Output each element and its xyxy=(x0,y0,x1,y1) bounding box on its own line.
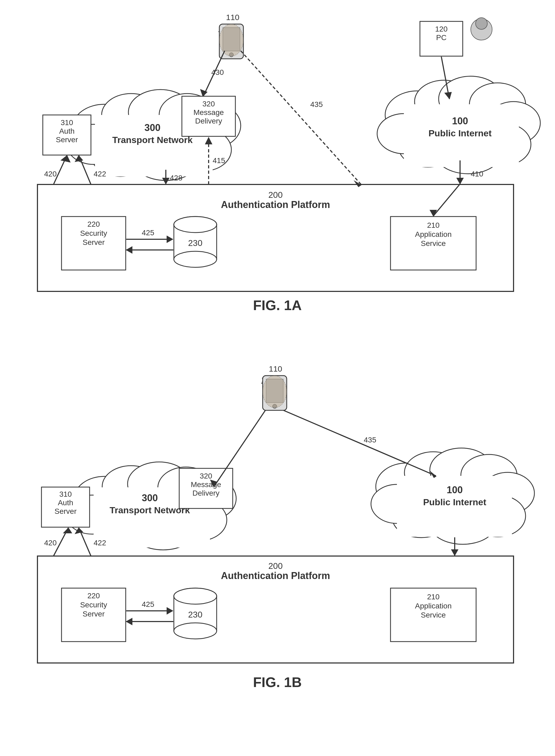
svg-text:Service: Service xyxy=(421,611,445,619)
application-service-box-1a: 210 Application Service xyxy=(390,217,476,270)
auth-server-box-1b: 310 Auth Server xyxy=(41,487,90,527)
svg-text:Application: Application xyxy=(415,602,452,610)
pc-box-1a: 120 PC xyxy=(420,18,492,56)
svg-text:Security: Security xyxy=(80,229,107,237)
svg-marker-59 xyxy=(456,178,464,184)
svg-text:210: 210 xyxy=(427,593,440,601)
arrow-435-1a: 435 xyxy=(241,51,361,187)
svg-text:220: 220 xyxy=(87,592,100,600)
svg-text:425: 425 xyxy=(142,229,154,237)
svg-line-83 xyxy=(241,51,361,184)
svg-text:Public Internet: Public Internet xyxy=(423,497,486,507)
svg-text:Server: Server xyxy=(54,507,77,515)
svg-text:120: 120 xyxy=(435,25,448,33)
svg-text:300: 300 xyxy=(142,492,158,503)
svg-text:200: 200 xyxy=(268,561,283,571)
svg-text:435: 435 xyxy=(364,436,376,444)
svg-point-52 xyxy=(174,217,217,233)
svg-text:Authentication Platform: Authentication Platform xyxy=(221,570,330,581)
svg-point-125 xyxy=(263,376,287,408)
svg-marker-78 xyxy=(162,178,170,184)
svg-text:100: 100 xyxy=(452,115,468,127)
arrow-420-1b: 420 xyxy=(44,527,72,556)
svg-marker-146 xyxy=(451,549,459,556)
svg-text:430: 430 xyxy=(211,68,224,77)
auth-server-box-1a: 310 Auth Server xyxy=(43,115,91,155)
svg-text:Delivery: Delivery xyxy=(192,489,219,497)
svg-text:110: 110 xyxy=(269,364,282,373)
message-delivery-box-1b: 320 Message Delivery xyxy=(179,468,233,509)
svg-text:Transport Network: Transport Network xyxy=(112,135,193,145)
message-delivery-box-1a: 320 Message Delivery xyxy=(182,96,236,136)
security-server-box-1b: 220 Security Server xyxy=(61,588,126,642)
fig1a-diagram: 300 Transport Network 310 Auth Server 32… xyxy=(0,0,555,369)
svg-text:Authentication Platform: Authentication Platform xyxy=(221,199,330,210)
svg-text:Application: Application xyxy=(415,230,452,238)
svg-line-142 xyxy=(284,410,436,476)
security-server-box-1a: 220 Security Server xyxy=(61,217,126,270)
svg-text:110: 110 xyxy=(226,13,240,22)
svg-line-147 xyxy=(214,410,265,486)
svg-text:210: 210 xyxy=(427,221,440,229)
svg-text:Transport Network: Transport Network xyxy=(110,505,190,515)
svg-text:428: 428 xyxy=(170,174,182,182)
fig1b-diagram: 300 Transport Network 310 Auth Server 32… xyxy=(0,342,555,743)
public-internet-cloud-1a: 100 Public Internet xyxy=(377,76,540,174)
svg-text:230: 230 xyxy=(188,610,202,619)
svg-text:220: 220 xyxy=(87,220,100,228)
svg-point-136 xyxy=(174,588,217,604)
svg-text:Service: Service xyxy=(421,239,445,247)
svg-text:310: 310 xyxy=(59,490,72,498)
svg-text:200: 200 xyxy=(268,190,283,200)
svg-text:420: 420 xyxy=(44,539,57,547)
svg-text:100: 100 xyxy=(447,484,463,495)
svg-text:425: 425 xyxy=(142,600,154,608)
database-230-1a: 230 xyxy=(174,217,217,267)
svg-text:Auth: Auth xyxy=(59,127,75,135)
application-service-box-1b: 210 Application Service xyxy=(390,588,476,642)
svg-text:Security: Security xyxy=(80,601,107,609)
svg-text:410: 410 xyxy=(471,170,483,178)
arrow-420-1a: 420 xyxy=(44,155,71,184)
svg-point-51 xyxy=(174,251,217,267)
svg-text:Auth: Auth xyxy=(58,499,73,507)
svg-text:230: 230 xyxy=(188,238,202,248)
svg-text:Public Internet: Public Internet xyxy=(428,128,492,138)
svg-text:320: 320 xyxy=(203,100,215,108)
svg-text:320: 320 xyxy=(200,472,212,480)
arrow-430-1a: 430 xyxy=(200,51,225,97)
svg-marker-67 xyxy=(60,155,71,162)
svg-text:310: 310 xyxy=(61,119,73,127)
svg-text:415: 415 xyxy=(213,156,225,165)
svg-text:435: 435 xyxy=(310,100,323,108)
svg-text:Server: Server xyxy=(83,610,104,618)
svg-point-41 xyxy=(476,18,487,30)
mobile-device-1a: 110 115 xyxy=(218,13,243,59)
svg-point-135 xyxy=(174,623,217,639)
svg-text:422: 422 xyxy=(94,539,106,547)
svg-text:Server: Server xyxy=(56,136,78,144)
svg-text:PC: PC xyxy=(436,34,447,42)
database-230-1b: 230 xyxy=(174,588,217,639)
public-internet-cloud-1b: 100 Public Internet xyxy=(371,448,535,544)
fig1a-label: FIG. 1A xyxy=(253,297,302,313)
svg-text:Server: Server xyxy=(83,238,104,246)
mobile-device-1b: 110 115 xyxy=(261,364,287,410)
transport-network-label-1a: 300 xyxy=(144,122,161,133)
svg-text:422: 422 xyxy=(94,170,106,178)
svg-text:Message: Message xyxy=(194,108,224,116)
svg-point-36 xyxy=(219,24,243,56)
svg-text:Delivery: Delivery xyxy=(195,117,222,125)
svg-text:420: 420 xyxy=(44,170,57,178)
fig1b-label: FIG. 1B xyxy=(253,674,302,690)
